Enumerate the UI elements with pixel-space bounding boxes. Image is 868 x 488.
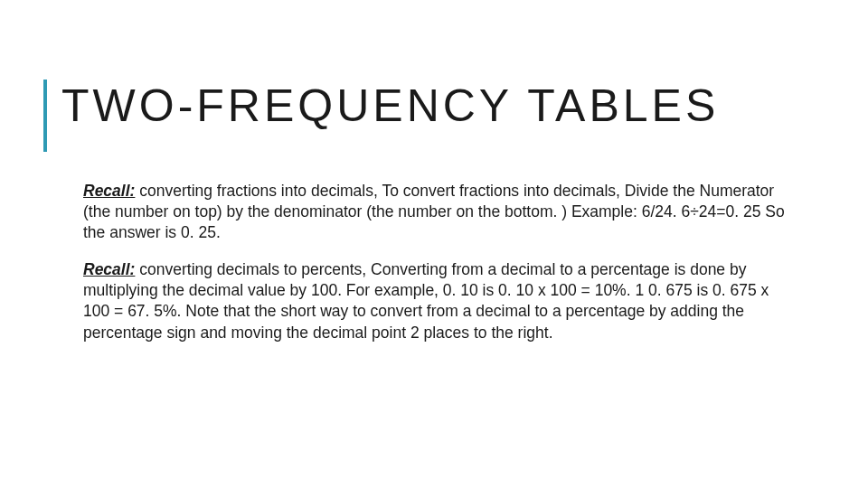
paragraph-1: Recall: converting fractions into decima… (83, 181, 788, 243)
page-title: TWO-FREQUENCY TABLES (61, 80, 719, 132)
paragraph-2-text: converting decimals to percents, Convert… (83, 260, 769, 341)
paragraph-1-text: converting fractions into decimals, To c… (83, 182, 785, 241)
body-content: Recall: converting fractions into decima… (83, 181, 788, 360)
slide: TWO-FREQUENCY TABLES Recall: converting … (0, 0, 868, 488)
recall-label-1: Recall: (83, 182, 135, 200)
recall-label-2: Recall: (83, 260, 135, 278)
paragraph-2: Recall: converting decimals to percents,… (83, 259, 788, 343)
title-accent-bar (43, 80, 47, 152)
